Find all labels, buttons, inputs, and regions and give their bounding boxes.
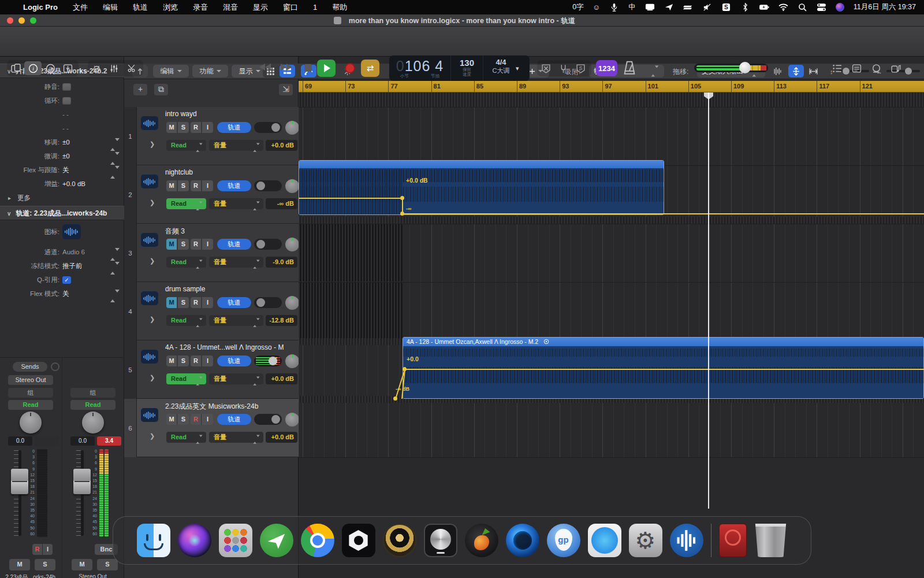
track-mute-button[interactable]: M	[166, 297, 177, 308]
automation-mode-left[interactable]: Read	[8, 400, 53, 410]
rewind-button[interactable]	[259, 64, 271, 71]
track-icon-waveform[interactable]	[62, 224, 81, 239]
track-row[interactable]: 4 drum sample M S R I 轨道 ❯ Read 音量 -12.8…	[124, 282, 299, 340]
peak-value-right[interactable]: 3.4	[97, 436, 121, 446]
track-row[interactable]: 3 音频 3 M S R I 轨道 ❯ Read 音量 -9.0 dB	[124, 224, 299, 282]
track-input-button[interactable]: I	[202, 414, 213, 425]
track-row[interactable]: 5 4A - 128 - Ummet...well Λ Ingrosso - M…	[124, 340, 299, 399]
region-header[interactable]: 4A - 128 - Ummet Ozcan,Axwell Λ Ingrosso…	[403, 338, 923, 346]
display-icon[interactable]	[645, 3, 655, 12]
track-automation-target[interactable]: 轨道	[217, 180, 251, 191]
ruler-bar-label[interactable]: 81	[431, 81, 441, 92]
track-record-button[interactable]: R	[191, 180, 202, 191]
track-mute-button[interactable]: M	[166, 239, 177, 250]
disclosure-chevron-icon[interactable]: ❯	[150, 374, 155, 381]
track-input-button[interactable]: I	[202, 355, 213, 366]
functions-menu-button[interactable]: 功能	[192, 65, 228, 77]
ruler-bar-label[interactable]: 85	[474, 81, 483, 92]
track-solo-button[interactable]: S	[178, 297, 189, 308]
track-pan-knob[interactable]	[285, 121, 299, 135]
track-mute-button[interactable]: M	[166, 122, 177, 133]
track-solo-button[interactable]: S	[178, 122, 189, 133]
track-freeze-slider[interactable]	[254, 239, 282, 250]
forward-button[interactable]	[281, 64, 292, 71]
tracks-timeline[interactable]: 6973778185899397101105109113117121 4A - …	[299, 57, 924, 578]
ruler-bar-label[interactable]: 117	[817, 81, 829, 92]
track-pan-knob[interactable]	[285, 413, 299, 427]
library-icon[interactable]	[7, 61, 24, 75]
record-enable-button[interactable]: R	[32, 544, 42, 555]
metronome-icon[interactable]	[621, 60, 638, 76]
gain-row[interactable]: 增益:+0.0 dB	[0, 177, 124, 191]
track-solo-button[interactable]: S	[178, 239, 189, 250]
track-input-button[interactable]: I	[202, 122, 213, 133]
bluetooth-icon[interactable]	[740, 3, 750, 12]
ruler-bar-label[interactable]: 101	[646, 81, 658, 92]
track-automation-target[interactable]: 轨道	[217, 122, 251, 133]
track-record-button[interactable]: R	[191, 355, 202, 366]
record-button[interactable]	[345, 63, 355, 73]
track-number[interactable]: 6	[124, 399, 137, 457]
dock-mail-green-icon[interactable]	[260, 524, 293, 557]
ruler-bar-label[interactable]: 77	[388, 81, 397, 92]
track-number[interactable]: 2	[124, 165, 137, 224]
region-muted-drums[interactable]	[299, 283, 403, 340]
play-button[interactable]	[317, 60, 336, 77]
ruler-bar-label[interactable]: 89	[517, 81, 526, 92]
group-button-right[interactable]: 组	[70, 388, 116, 398]
mute-checkbox[interactable]	[62, 83, 71, 91]
spotlight-icon[interactable]	[798, 3, 807, 12]
automation-line[interactable]	[404, 369, 924, 370]
dock-safari-icon[interactable]	[588, 524, 621, 557]
track-input-button[interactable]: I	[202, 297, 213, 308]
dock-red-document-icon[interactable]	[719, 524, 747, 557]
pan-knob-right[interactable]	[82, 412, 104, 433]
stop-button[interactable]	[304, 64, 312, 72]
track-number[interactable]: 4	[124, 282, 137, 340]
menu-mix[interactable]: 混音	[223, 2, 238, 13]
track-waveform-icon[interactable]	[141, 408, 158, 422]
track-pan-knob[interactable]	[285, 179, 299, 193]
automation-line[interactable]	[402, 213, 924, 214]
solo-button-left[interactable]: S	[35, 559, 55, 570]
region-header[interactable]	[299, 161, 664, 168]
count-in-button[interactable]: 1234	[596, 60, 617, 76]
track-automation-mode[interactable]: Read	[166, 257, 206, 268]
track-mute-button[interactable]: M	[166, 355, 177, 366]
master-volume-slider[interactable]	[694, 64, 768, 72]
dock-launchpad-icon[interactable]	[219, 524, 252, 557]
emoji-icon[interactable]: ☺	[593, 3, 601, 12]
menu-browse[interactable]: 浏览	[163, 2, 178, 13]
mute-button-left[interactable]: M	[9, 559, 30, 570]
waveform-zoom-icon[interactable]	[770, 65, 785, 77]
track-record-button[interactable]: R	[191, 297, 202, 308]
app-menu[interactable]: Logic Pro	[23, 3, 58, 12]
track-automation-target[interactable]: 轨道	[217, 414, 251, 425]
window-title-bar[interactable]: more than you know intro.logicx - more t…	[0, 14, 924, 27]
output-button[interactable]: Stereo Out	[8, 375, 53, 385]
track-record-button[interactable]: R	[191, 414, 202, 425]
ruler-bar-label[interactable]: 121	[860, 81, 873, 92]
menu-record[interactable]: 录音	[193, 2, 208, 13]
tuner-icon[interactable]	[554, 61, 572, 75]
track-zoom-button[interactable]: ⇲	[279, 84, 293, 95]
track-waveform-icon[interactable]	[141, 233, 158, 247]
flex-mode-row[interactable]: Flex 模式:关	[0, 287, 124, 301]
send-knob[interactable]	[51, 362, 59, 371]
sends-label[interactable]: Sends	[13, 362, 47, 372]
track-name[interactable]: drum sample	[165, 285, 296, 293]
vertical-auto-zoom-icon[interactable]	[788, 65, 804, 77]
dock-trash-icon[interactable]	[754, 524, 788, 557]
master-solo-icon[interactable]: S	[572, 61, 589, 75]
pan-value-left[interactable]: 0.0	[8, 436, 32, 446]
track-record-button[interactable]: R	[191, 239, 202, 250]
stack-icon[interactable]	[683, 3, 693, 12]
clock[interactable]: 11月6日 周六 19:37	[854, 2, 916, 12]
editors-icon[interactable]	[122, 61, 140, 75]
transpose-row[interactable]: 移调:±0	[0, 136, 124, 149]
automation-fade-ramp[interactable]	[394, 368, 408, 401]
track-db-value[interactable]: +0.0 dB	[266, 432, 297, 443]
track-list-icon[interactable]	[828, 61, 845, 75]
track-automation-param[interactable]: 音量	[209, 198, 263, 209]
dock-settings-icon[interactable]: ⚙	[629, 524, 662, 557]
